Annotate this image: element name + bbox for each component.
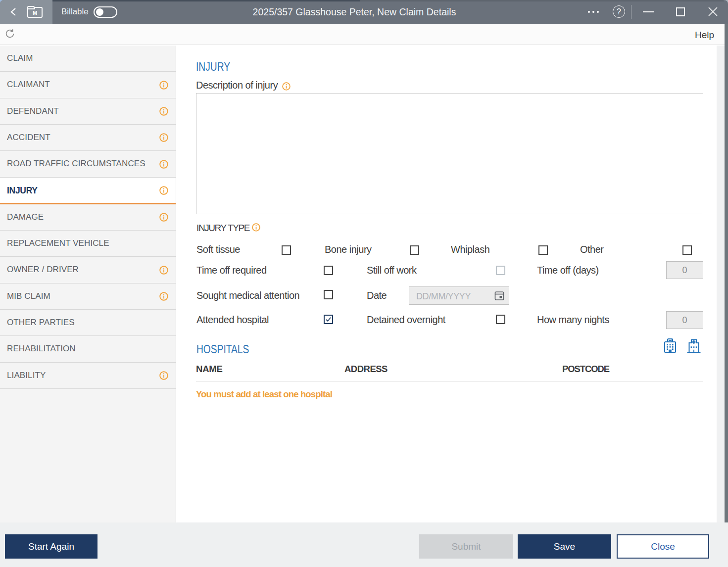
svg-text:M: M bbox=[33, 10, 37, 16]
